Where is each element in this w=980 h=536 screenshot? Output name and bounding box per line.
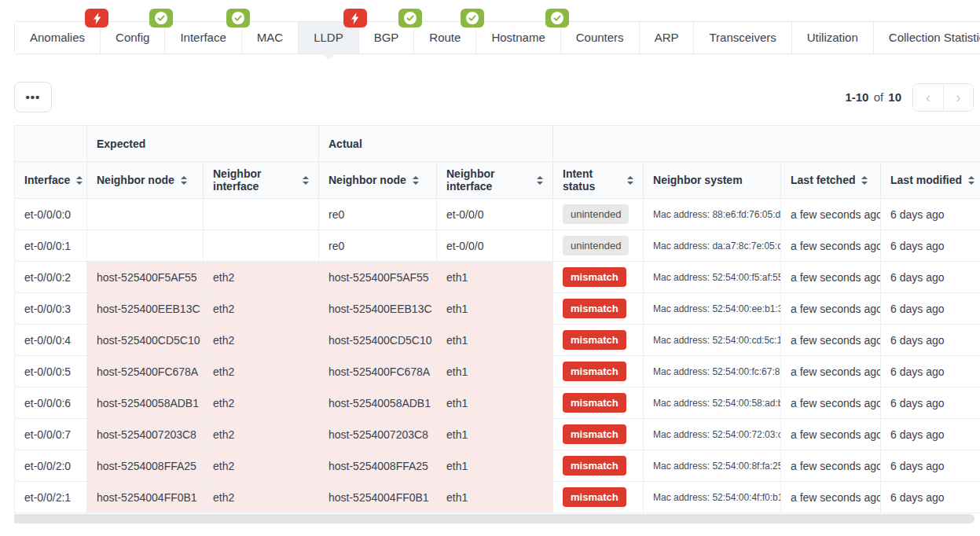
last-modified-cell: 6 days ago <box>881 450 980 482</box>
expected-neighbor-interface-cell: eth2 <box>204 293 319 325</box>
actual-neighbor-interface-cell: eth1 <box>437 262 553 293</box>
tab-route[interactable]: Route <box>413 22 475 53</box>
neighbor-system-cell: Mac address: 52:54:00:f5:af:55 <box>644 262 781 293</box>
expected-neighbor-node-cell: host-525400EEB13C <box>87 293 204 325</box>
actual-neighbor-node-cell: re0 <box>319 230 437 262</box>
column-header-last-fetched[interactable]: Last fetched <box>781 162 881 199</box>
more-options-button[interactable]: ••• <box>14 82 52 112</box>
tab-collection-statistics[interactable]: Collection Statistics <box>873 22 980 53</box>
tab-anomalies[interactable]: Anomalies <box>15 22 100 53</box>
sort-icon <box>968 176 974 185</box>
neighbor-system-cell: Mac address: 52:54:00:72:03:c8 <box>644 419 781 450</box>
column-header-last-modified[interactable]: Last modified <box>881 162 980 199</box>
neighbor-system-cell: Mac address: 52:54:00:fc:67:8a <box>644 356 781 387</box>
last-modified-cell: 6 days ago <box>881 230 980 262</box>
tab-bgp[interactable]: BGP <box>358 22 414 53</box>
column-header-intent-status[interactable]: Intent status <box>553 162 644 199</box>
table-row: et-0/0/0:1 re0 et-0/0/0 unintended Mac a… <box>15 230 980 262</box>
last-modified-cell: 6 days ago <box>881 293 980 325</box>
tab-mac[interactable]: MAC <box>241 22 298 53</box>
group-header-empty-right <box>553 126 980 162</box>
last-fetched-cell: a few seconds ago <box>781 230 881 262</box>
neighbor-system-cell: Mac address: 52:54:00:58:ad:b1 <box>644 387 781 419</box>
expected-neighbor-node-cell: host-525400FC678A <box>87 356 204 387</box>
expected-neighbor-node-cell: host-5254008FFA25 <box>87 450 204 482</box>
column-header-expected-neighbor-interface[interactable]: Neighbor interface <box>204 162 319 199</box>
tab-utilization[interactable]: Utilization <box>791 22 873 53</box>
success-badge <box>545 9 569 28</box>
intent-status-cell: unintended <box>553 230 644 262</box>
tab-config[interactable]: Config <box>100 22 164 53</box>
tab-lldp[interactable]: LLDP <box>298 22 358 53</box>
intent-status-badge: mismatch <box>563 393 626 413</box>
prev-page-button[interactable]: ‹ <box>913 84 943 111</box>
tab-label: Transceivers <box>709 31 776 44</box>
intent-status-badge: mismatch <box>563 267 626 287</box>
expected-neighbor-interface-cell <box>204 199 319 230</box>
check-icon <box>232 12 244 24</box>
sort-icon <box>413 176 419 185</box>
actual-neighbor-interface-cell: eth1 <box>437 450 553 482</box>
actual-neighbor-interface-cell: et-0/0/0 <box>437 199 553 230</box>
last-fetched-cell: a few seconds ago <box>781 419 881 450</box>
intent-status-badge: unintended <box>563 236 629 255</box>
pagination-range: 1-10 <box>845 90 868 104</box>
interface-cell: et-0/0/0:4 <box>15 325 87 356</box>
last-fetched-cell: a few seconds ago <box>781 450 881 482</box>
horizontal-scrollbar[interactable] <box>14 514 974 523</box>
anomaly-badge <box>85 9 108 28</box>
check-icon <box>155 12 167 24</box>
table-row: et-0/0/2:0 host-5254008FFA25 eth2 host-5… <box>15 450 980 482</box>
interface-cell: et-0/0/2:0 <box>15 450 87 482</box>
intent-status-badge: mismatch <box>563 299 626 318</box>
tab-label: MAC <box>257 31 283 44</box>
actual-neighbor-node-cell: host-52540058ADB1 <box>319 387 437 419</box>
actual-neighbor-node-cell: host-525400FC678A <box>319 356 437 387</box>
last-fetched-cell: a few seconds ago <box>781 262 881 293</box>
table-row: et-0/0/0:5 host-525400FC678A eth2 host-5… <box>15 356 980 387</box>
last-modified-cell: 6 days ago <box>881 419 980 450</box>
tab-transceivers[interactable]: Transceivers <box>693 22 791 53</box>
success-badge <box>226 9 250 28</box>
actual-neighbor-node-cell: host-5254004FF0B1 <box>319 482 437 513</box>
column-header-actual-neighbor-interface[interactable]: Neighbor interface <box>437 162 553 199</box>
actual-neighbor-node-cell: host-525400CD5C10 <box>319 325 437 356</box>
tab-label: Interface <box>180 31 226 44</box>
expected-neighbor-node-cell <box>87 230 204 262</box>
table-row: et-0/0/0:7 host-5254007203C8 eth2 host-5… <box>15 419 980 450</box>
tab-interface[interactable]: Interface <box>164 22 240 53</box>
intent-status-badge: mismatch <box>563 362 626 381</box>
tab-arp[interactable]: ARP <box>639 22 694 53</box>
group-header-actual: Actual <box>319 126 553 162</box>
column-header-expected-neighbor-node[interactable]: Neighbor node <box>87 162 204 199</box>
actual-neighbor-node-cell: host-525400F5AF55 <box>319 262 437 293</box>
actual-neighbor-node-cell: host-5254008FFA25 <box>319 450 437 482</box>
actual-neighbor-interface-cell: eth1 <box>437 325 553 356</box>
next-page-button[interactable]: › <box>943 84 973 111</box>
tab-hostname[interactable]: Hostname <box>475 22 560 53</box>
actual-neighbor-interface-cell: eth1 <box>437 356 553 387</box>
group-header-expected: Expected <box>87 126 319 162</box>
interface-cell: et-0/0/2:1 <box>15 482 87 513</box>
column-header-actual-neighbor-node[interactable]: Neighbor node <box>319 162 437 199</box>
intent-status-badge: unintended <box>563 204 629 224</box>
column-header-interface[interactable]: Interface <box>15 162 87 199</box>
sort-icon <box>861 176 868 185</box>
last-fetched-cell: a few seconds ago <box>781 325 881 356</box>
intent-status-cell: mismatch <box>553 356 644 387</box>
actual-neighbor-node-cell: re0 <box>319 199 437 230</box>
lightning-icon <box>351 13 359 24</box>
sort-icon <box>76 176 83 185</box>
tab-counters[interactable]: Counters <box>560 22 639 53</box>
column-header-row: Interface Neighbor node Neighbor interfa… <box>15 162 980 199</box>
actual-neighbor-interface-cell: eth1 <box>437 419 553 450</box>
neighbor-system-cell: Mac address: da:a7:8c:7e:05:d5 <box>644 230 781 262</box>
last-fetched-cell: a few seconds ago <box>781 293 881 325</box>
interface-cell: et-0/0/0:0 <box>15 199 87 230</box>
neighbor-system-cell: Mac address: 52:54:00:ee:b1:3c <box>644 293 781 325</box>
interface-cell: et-0/0/0:3 <box>15 293 87 325</box>
last-modified-cell: 6 days ago <box>881 325 980 356</box>
success-badge <box>461 9 484 28</box>
tab-label: Hostname <box>491 31 545 44</box>
pagination-nav: ‹ › <box>912 83 974 112</box>
